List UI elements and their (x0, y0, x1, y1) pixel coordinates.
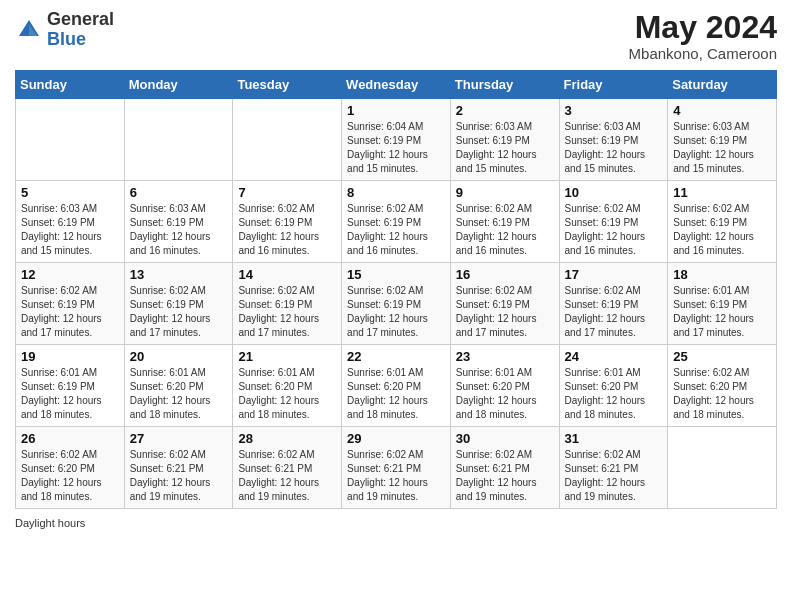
day-number: 15 (347, 267, 445, 282)
day-info: Sunrise: 6:02 AM Sunset: 6:19 PM Dayligh… (238, 202, 336, 258)
day-info: Sunrise: 6:03 AM Sunset: 6:19 PM Dayligh… (130, 202, 228, 258)
day-number: 28 (238, 431, 336, 446)
col-friday: Friday (559, 71, 668, 99)
table-row: 21Sunrise: 6:01 AM Sunset: 6:20 PM Dayli… (233, 345, 342, 427)
day-info: Sunrise: 6:01 AM Sunset: 6:20 PM Dayligh… (347, 366, 445, 422)
title-block: May 2024 Mbankono, Cameroon (629, 10, 777, 62)
day-info: Sunrise: 6:01 AM Sunset: 6:20 PM Dayligh… (456, 366, 554, 422)
table-row: 24Sunrise: 6:01 AM Sunset: 6:20 PM Dayli… (559, 345, 668, 427)
day-info: Sunrise: 6:02 AM Sunset: 6:19 PM Dayligh… (347, 202, 445, 258)
table-row: 17Sunrise: 6:02 AM Sunset: 6:19 PM Dayli… (559, 263, 668, 345)
day-info: Sunrise: 6:03 AM Sunset: 6:19 PM Dayligh… (21, 202, 119, 258)
day-info: Sunrise: 6:02 AM Sunset: 6:19 PM Dayligh… (565, 284, 663, 340)
logo-icon (15, 16, 43, 44)
table-row: 25Sunrise: 6:02 AM Sunset: 6:20 PM Dayli… (668, 345, 777, 427)
table-row (16, 99, 125, 181)
day-info: Sunrise: 6:03 AM Sunset: 6:19 PM Dayligh… (673, 120, 771, 176)
table-row: 7Sunrise: 6:02 AM Sunset: 6:19 PM Daylig… (233, 181, 342, 263)
day-number: 8 (347, 185, 445, 200)
day-number: 27 (130, 431, 228, 446)
table-row: 10Sunrise: 6:02 AM Sunset: 6:19 PM Dayli… (559, 181, 668, 263)
day-number: 17 (565, 267, 663, 282)
day-info: Sunrise: 6:02 AM Sunset: 6:21 PM Dayligh… (347, 448, 445, 504)
day-info: Sunrise: 6:03 AM Sunset: 6:19 PM Dayligh… (456, 120, 554, 176)
day-number: 18 (673, 267, 771, 282)
day-number: 21 (238, 349, 336, 364)
day-info: Sunrise: 6:01 AM Sunset: 6:19 PM Dayligh… (21, 366, 119, 422)
calendar-table: Sunday Monday Tuesday Wednesday Thursday… (15, 70, 777, 509)
table-row: 31Sunrise: 6:02 AM Sunset: 6:21 PM Dayli… (559, 427, 668, 509)
day-info: Sunrise: 6:02 AM Sunset: 6:19 PM Dayligh… (238, 284, 336, 340)
calendar-week-row: 5Sunrise: 6:03 AM Sunset: 6:19 PM Daylig… (16, 181, 777, 263)
day-number: 4 (673, 103, 771, 118)
day-number: 1 (347, 103, 445, 118)
day-number: 2 (456, 103, 554, 118)
table-row (233, 99, 342, 181)
table-row: 4Sunrise: 6:03 AM Sunset: 6:19 PM Daylig… (668, 99, 777, 181)
day-info: Sunrise: 6:03 AM Sunset: 6:19 PM Dayligh… (565, 120, 663, 176)
day-number: 29 (347, 431, 445, 446)
table-row: 20Sunrise: 6:01 AM Sunset: 6:20 PM Dayli… (124, 345, 233, 427)
col-monday: Monday (124, 71, 233, 99)
table-row: 16Sunrise: 6:02 AM Sunset: 6:19 PM Dayli… (450, 263, 559, 345)
calendar-week-row: 19Sunrise: 6:01 AM Sunset: 6:19 PM Dayli… (16, 345, 777, 427)
table-row: 30Sunrise: 6:02 AM Sunset: 6:21 PM Dayli… (450, 427, 559, 509)
calendar-week-row: 1Sunrise: 6:04 AM Sunset: 6:19 PM Daylig… (16, 99, 777, 181)
table-row: 6Sunrise: 6:03 AM Sunset: 6:19 PM Daylig… (124, 181, 233, 263)
table-row: 13Sunrise: 6:02 AM Sunset: 6:19 PM Dayli… (124, 263, 233, 345)
day-info: Sunrise: 6:02 AM Sunset: 6:19 PM Dayligh… (673, 202, 771, 258)
day-number: 22 (347, 349, 445, 364)
day-info: Sunrise: 6:01 AM Sunset: 6:20 PM Dayligh… (238, 366, 336, 422)
table-row: 19Sunrise: 6:01 AM Sunset: 6:19 PM Dayli… (16, 345, 125, 427)
day-number: 30 (456, 431, 554, 446)
table-row: 11Sunrise: 6:02 AM Sunset: 6:19 PM Dayli… (668, 181, 777, 263)
table-row (668, 427, 777, 509)
day-number: 11 (673, 185, 771, 200)
day-info: Sunrise: 6:04 AM Sunset: 6:19 PM Dayligh… (347, 120, 445, 176)
calendar-header-row: Sunday Monday Tuesday Wednesday Thursday… (16, 71, 777, 99)
day-number: 13 (130, 267, 228, 282)
day-number: 24 (565, 349, 663, 364)
table-row: 26Sunrise: 6:02 AM Sunset: 6:20 PM Dayli… (16, 427, 125, 509)
day-info: Sunrise: 6:01 AM Sunset: 6:19 PM Dayligh… (673, 284, 771, 340)
day-info: Sunrise: 6:02 AM Sunset: 6:21 PM Dayligh… (456, 448, 554, 504)
day-number: 31 (565, 431, 663, 446)
day-number: 3 (565, 103, 663, 118)
table-row: 22Sunrise: 6:01 AM Sunset: 6:20 PM Dayli… (342, 345, 451, 427)
day-number: 20 (130, 349, 228, 364)
calendar-week-row: 26Sunrise: 6:02 AM Sunset: 6:20 PM Dayli… (16, 427, 777, 509)
table-row: 12Sunrise: 6:02 AM Sunset: 6:19 PM Dayli… (16, 263, 125, 345)
day-number: 7 (238, 185, 336, 200)
page-header: General Blue May 2024 Mbankono, Cameroon (15, 10, 777, 62)
day-number: 14 (238, 267, 336, 282)
table-row (124, 99, 233, 181)
day-info: Sunrise: 6:02 AM Sunset: 6:21 PM Dayligh… (565, 448, 663, 504)
day-info: Sunrise: 6:02 AM Sunset: 6:19 PM Dayligh… (565, 202, 663, 258)
logo-blue-text: Blue (47, 30, 114, 50)
day-info: Sunrise: 6:02 AM Sunset: 6:19 PM Dayligh… (21, 284, 119, 340)
day-number: 6 (130, 185, 228, 200)
table-row: 23Sunrise: 6:01 AM Sunset: 6:20 PM Dayli… (450, 345, 559, 427)
table-row: 8Sunrise: 6:02 AM Sunset: 6:19 PM Daylig… (342, 181, 451, 263)
table-row: 5Sunrise: 6:03 AM Sunset: 6:19 PM Daylig… (16, 181, 125, 263)
logo-general-text: General (47, 10, 114, 30)
col-thursday: Thursday (450, 71, 559, 99)
day-info: Sunrise: 6:02 AM Sunset: 6:19 PM Dayligh… (130, 284, 228, 340)
table-row: 15Sunrise: 6:02 AM Sunset: 6:19 PM Dayli… (342, 263, 451, 345)
table-row: 3Sunrise: 6:03 AM Sunset: 6:19 PM Daylig… (559, 99, 668, 181)
table-row: 1Sunrise: 6:04 AM Sunset: 6:19 PM Daylig… (342, 99, 451, 181)
col-sunday: Sunday (16, 71, 125, 99)
day-info: Sunrise: 6:02 AM Sunset: 6:19 PM Dayligh… (347, 284, 445, 340)
day-number: 23 (456, 349, 554, 364)
day-info: Sunrise: 6:02 AM Sunset: 6:19 PM Dayligh… (456, 284, 554, 340)
footer-note: Daylight hours (15, 517, 777, 529)
day-info: Sunrise: 6:02 AM Sunset: 6:20 PM Dayligh… (673, 366, 771, 422)
day-number: 16 (456, 267, 554, 282)
table-row: 2Sunrise: 6:03 AM Sunset: 6:19 PM Daylig… (450, 99, 559, 181)
main-title: May 2024 (629, 10, 777, 45)
day-number: 19 (21, 349, 119, 364)
col-saturday: Saturday (668, 71, 777, 99)
col-wednesday: Wednesday (342, 71, 451, 99)
day-number: 12 (21, 267, 119, 282)
day-number: 9 (456, 185, 554, 200)
